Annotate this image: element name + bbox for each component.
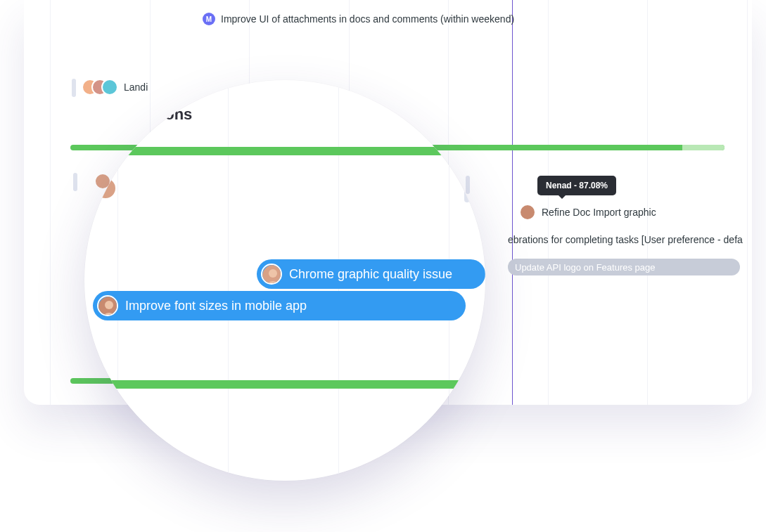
task-pill-font-sizes[interactable]: Improve font sizes in mobile app — [93, 291, 466, 320]
avatar — [261, 264, 282, 285]
task-improve-ui[interactable]: M Improve UI of attachments in docs and … — [203, 13, 514, 25]
milestone-badge-icon: M — [203, 13, 215, 25]
task-handle[interactable] — [73, 173, 77, 191]
tooltip-assignee-progress: Nenad - 87.08% — [537, 176, 616, 195]
task-label: ebrations for completing tasks [User pre… — [508, 234, 743, 245]
progress-incomplete — [682, 145, 724, 150]
avatar — [101, 79, 118, 96]
task-label: Improve font sizes in mobile app — [125, 299, 307, 313]
task-label-link[interactable]: defa — [724, 234, 743, 245]
task-label: Chrome graphic quality issue — [289, 267, 452, 282]
progress-bar[interactable] — [84, 380, 478, 389]
task-handle[interactable] — [72, 79, 76, 97]
task-landing[interactable]: Landi — [82, 79, 148, 96]
task-pill-chrome-graphic[interactable]: Chrome graphic quality issue — [257, 259, 485, 289]
task-label: Update API logo on Features page — [515, 262, 655, 273]
svg-point-1 — [269, 269, 277, 278]
progress-bar[interactable] — [84, 147, 485, 155]
task-label: Improve UI of attachments in docs and co… — [221, 13, 514, 25]
task-celebrations[interactable]: ebrations for completing tasks [User pre… — [508, 234, 743, 245]
today-indicator-line — [512, 0, 513, 405]
avatar — [519, 204, 536, 221]
svg-point-3 — [105, 301, 113, 309]
task-handle[interactable] — [466, 176, 470, 194]
avatar — [97, 295, 118, 316]
task-update-api[interactable]: Update API logo on Features page — [508, 259, 740, 275]
task-label: Landi — [124, 82, 148, 93]
task-refine-doc[interactable]: Refine Doc Import graphic — [519, 204, 656, 221]
zoom-lens: rations Chrome graphic quality issue Imp… — [84, 80, 485, 481]
task-label: Refine Doc Import graphic — [542, 207, 656, 218]
tooltip-text: Nenad - 87.08% — [546, 181, 608, 190]
task-label-prefix: ebrations for completing tasks [User pre… — [508, 234, 724, 245]
avatar-stack — [82, 79, 118, 96]
